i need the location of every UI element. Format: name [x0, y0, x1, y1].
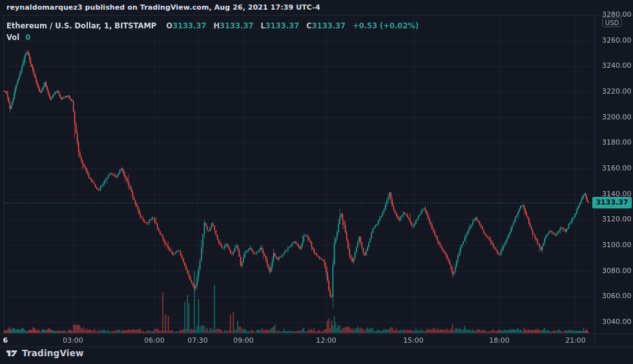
- day-tick-label: 6: [3, 336, 8, 345]
- tradingview-snapshot: reynaldomarquez3 published on TradingVie…: [0, 0, 633, 364]
- price-tick-label: 3280.00: [602, 11, 632, 19]
- last-price-badge: 3133.37: [592, 197, 632, 208]
- time-tick-label: 12:00: [316, 336, 337, 345]
- open-label: O: [166, 21, 172, 30]
- open-value: 3133.37: [172, 21, 206, 30]
- pane-border-bottom: [0, 334, 633, 334]
- price-tick-label: 3200.00: [602, 114, 632, 121]
- price-axis-divider: [594, 15, 595, 347]
- change-value: +0.53 (+0.02%): [353, 21, 419, 30]
- time-tick-label: 18:00: [489, 336, 510, 345]
- price-tick-label: 3080.00: [602, 267, 632, 275]
- symbol-title[interactable]: Ethereum / U.S. Dollar, 1, BITSTAMP: [6, 21, 156, 30]
- time-tick-label: 09:00: [233, 336, 254, 345]
- low-value: 3133.37: [265, 21, 299, 30]
- close-label: C: [306, 21, 311, 30]
- price-tick-label: 3220.00: [602, 88, 632, 96]
- legend-ohlc-row: Ethereum / U.S. Dollar, 1, BITSTAMP O313…: [6, 21, 419, 30]
- time-tick-label: 06:00: [144, 336, 165, 345]
- time-tick-label: 21:00: [565, 336, 586, 345]
- high-label: H: [213, 21, 220, 30]
- axis-border-bottom: [0, 347, 633, 347]
- legend-volume-row: Vol 0: [6, 33, 419, 42]
- price-tick-label: 3260.00: [602, 37, 632, 45]
- pane-border-left: [3, 15, 4, 334]
- pane-border-top: [0, 15, 633, 15]
- candlestick-plot[interactable]: [0, 0, 633, 347]
- volume-label: Vol: [6, 33, 19, 42]
- price-tick-label: 3060.00: [602, 292, 632, 300]
- time-tick-label: 07:30: [187, 336, 208, 345]
- price-tick-label: 3180.00: [602, 139, 632, 147]
- price-tick-label: 3120.00: [602, 216, 632, 223]
- time-tick-label: 15:00: [403, 336, 424, 345]
- price-tick-label: 3040.00: [602, 318, 632, 326]
- currency-badge: USD: [602, 17, 622, 27]
- price-tick-label: 3100.00: [602, 241, 632, 249]
- tradingview-logo-text: TradingView: [22, 348, 84, 358]
- close-value: 3133.37: [312, 21, 346, 30]
- symbol-legend[interactable]: Ethereum / U.S. Dollar, 1, BITSTAMP O313…: [6, 21, 419, 42]
- volume-value: 0: [25, 33, 30, 42]
- time-tick-label: 03:00: [63, 336, 83, 345]
- low-label: L: [261, 21, 265, 30]
- price-tick-label: 3240.00: [602, 62, 632, 70]
- tradingview-logo-icon: [6, 349, 18, 358]
- high-value: 3133.37: [220, 21, 253, 30]
- tradingview-logo[interactable]: TradingView: [6, 348, 84, 358]
- price-tick-label: 3160.00: [602, 165, 632, 172]
